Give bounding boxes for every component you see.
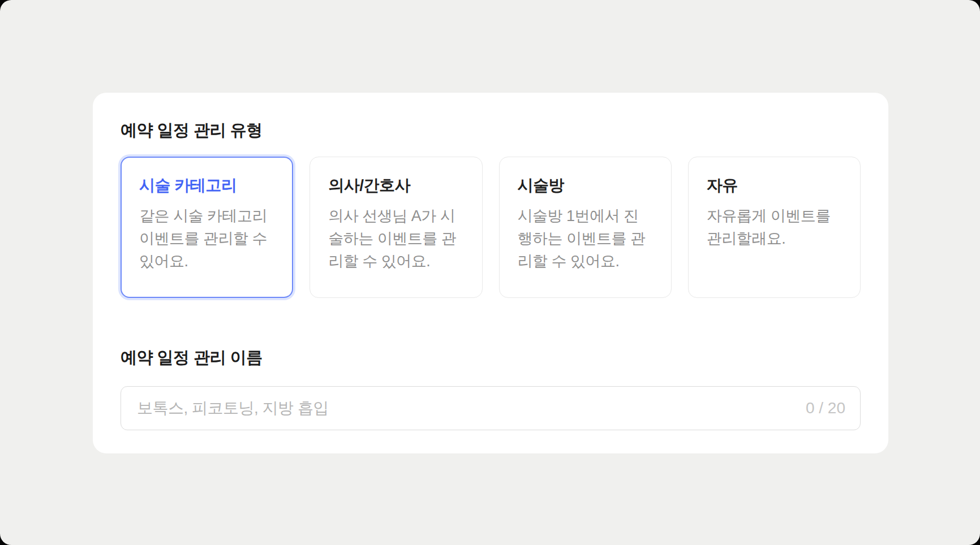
type-option-label: 시술방 — [518, 176, 653, 195]
type-option-label: 의사/간호사 — [328, 176, 463, 195]
type-option-card-free[interactable]: 자유 자유롭게 이벤트를 관리할래요. — [688, 157, 861, 298]
type-option-description: 자유롭게 이벤트를 관리할래요. — [707, 205, 842, 250]
type-option-description: 시술방 1번에서 진행하는 이벤트를 관리할 수 있어요. — [518, 205, 653, 272]
char-counter: 0 / 20 — [806, 399, 845, 417]
schedule-type-options: 시술 카테고리 같은 시술 카테고리 이벤트를 관리할 수 있어요. 의사/간호… — [121, 157, 861, 298]
reservation-schedule-panel: 예약 일정 관리 유형 시술 카테고리 같은 시술 카테고리 이벤트를 관리할 … — [93, 93, 888, 453]
type-option-card-doctor-nurse[interactable]: 의사/간호사 의사 선생님 A가 시술하는 이벤트를 관리할 수 있어요. — [310, 157, 482, 298]
app-background: 예약 일정 관리 유형 시술 카테고리 같은 시술 카테고리 이벤트를 관리할 … — [0, 0, 980, 545]
schedule-name-field[interactable]: 0 / 20 — [121, 386, 861, 430]
type-option-label: 시술 카테고리 — [139, 176, 274, 195]
schedule-name-input[interactable] — [136, 399, 796, 418]
type-option-description: 의사 선생님 A가 시술하는 이벤트를 관리할 수 있어요. — [328, 205, 463, 272]
type-option-label: 자유 — [707, 176, 842, 195]
type-option-card-procedure-room[interactable]: 시술방 시술방 1번에서 진행하는 이벤트를 관리할 수 있어요. — [499, 157, 672, 298]
type-option-card-procedure-category[interactable]: 시술 카테고리 같은 시술 카테고리 이벤트를 관리할 수 있어요. — [121, 157, 293, 298]
schedule-name-section-title: 예약 일정 관리 이름 — [121, 348, 861, 367]
schedule-type-section-title: 예약 일정 관리 유형 — [121, 120, 861, 140]
type-option-description: 같은 시술 카테고리 이벤트를 관리할 수 있어요. — [139, 205, 274, 272]
